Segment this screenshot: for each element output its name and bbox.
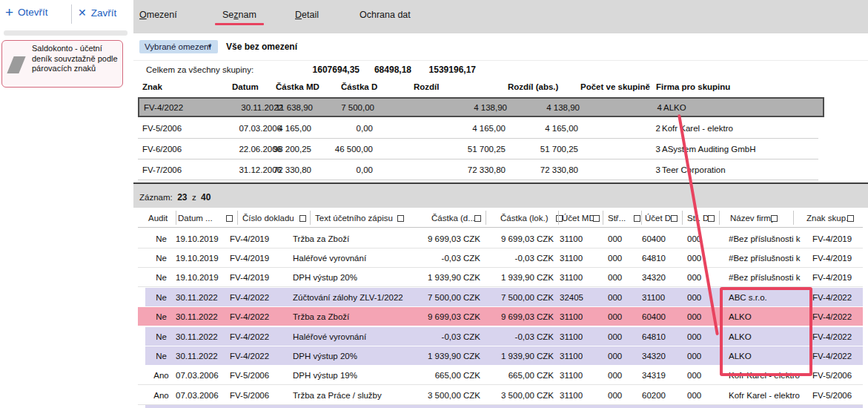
cell-castka_d: 665,00 CZK bbox=[406, 366, 480, 384]
column-filter-box-icon[interactable] bbox=[847, 215, 854, 222]
entry-row[interactable]: Ne19.10.2019FV-4/2019DPH výstup 20%1 939… bbox=[138, 268, 863, 287]
cell-str: 000 bbox=[608, 268, 622, 286]
plus-icon: + bbox=[5, 7, 13, 18]
close-button[interactable]: ✕ Zavřít bbox=[78, 7, 116, 19]
cell-str_d: 000 bbox=[687, 366, 701, 384]
cell-cislo: FV-4/2022 bbox=[230, 307, 269, 326]
report-title: Saldokonto - účetní deník souvztažně pod… bbox=[32, 44, 119, 74]
cell-castka_d: 1 939,90 CZK bbox=[406, 346, 480, 365]
cell-znak: FV-5/2006 bbox=[812, 366, 852, 384]
column-filter-box-icon[interactable] bbox=[397, 215, 404, 222]
cell-znak: FV-5/2006 bbox=[812, 386, 852, 404]
entry-row[interactable]: Ne19.10.2019FV-4/2019Tržba za Zboží9 699… bbox=[138, 229, 863, 249]
column-header[interactable]: Částka (lok.) bbox=[500, 212, 549, 224]
column-filter-box-icon[interactable] bbox=[771, 215, 778, 222]
column-header[interactable]: Firma pro skupinu bbox=[656, 81, 730, 93]
entry-row[interactable]: Ne19.10.2019FV-4/2019Haléřové vyrovnání-… bbox=[138, 249, 863, 268]
cell-datum: 30.11.2022 bbox=[176, 307, 218, 326]
cell-cislo: FV-4/2022 bbox=[230, 346, 269, 365]
column-header[interactable]: Částka (d... bbox=[431, 212, 475, 224]
cell-firma: ALKO bbox=[663, 99, 686, 116]
column-header[interactable]: Rozdíl (abs.) bbox=[508, 81, 558, 93]
group-row[interactable]: FV-4/202230.11.202211 638,907 500,004 13… bbox=[138, 97, 824, 117]
cell-audit: Ne bbox=[148, 249, 174, 267]
cell-pocet: 4 bbox=[603, 99, 662, 116]
cell-audit: Ne bbox=[148, 229, 174, 248]
column-filter-box-icon[interactable] bbox=[226, 215, 233, 222]
cell-pocet: 3 bbox=[601, 159, 660, 180]
cell-text: DPH výstup 20% bbox=[293, 268, 357, 286]
cell-text: Tržba za Zboží bbox=[293, 307, 349, 326]
close-icon: ✕ bbox=[78, 7, 87, 19]
cell-str_d: 000 bbox=[687, 386, 701, 404]
column-filter-box-icon[interactable] bbox=[634, 215, 640, 222]
column-header[interactable]: Text účetního zápisu bbox=[315, 212, 393, 224]
cell-firma: #Bez příslušnosti k bbox=[729, 268, 812, 286]
restriction-dropdown[interactable]: ▼ Vybrané omezení bbox=[139, 40, 218, 53]
cell-text: Zúčtování zálohy ZLV-1/2022 bbox=[293, 288, 403, 306]
restriction-dropdown-label: Vybrané omezení bbox=[145, 42, 211, 51]
close-button-label: Zavřít bbox=[91, 7, 117, 19]
cell-text: DPH výstup 19% bbox=[293, 366, 357, 384]
cell-ucet_d: 31100 bbox=[642, 288, 665, 306]
sidebar-toolbar: + Otevřít ✕ Zavřít bbox=[0, 0, 133, 28]
tab-ochrana-dat[interactable]: Ochrana dat bbox=[360, 10, 411, 20]
column-header[interactable]: Účet D bbox=[645, 212, 671, 224]
column-header[interactable]: Počet ve skupině bbox=[580, 81, 650, 93]
cell-castka_lok: 1 939,90 CZK bbox=[480, 268, 554, 286]
cell-castka_lok: 9 699,03 CZK bbox=[480, 229, 554, 248]
pane-splitter[interactable] bbox=[133, 182, 868, 184]
cell-castka_lok: -0,03 CZK bbox=[480, 249, 554, 267]
report-shortcut-card[interactable]: Saldokonto - účetní deník souvztažně pod… bbox=[1, 40, 123, 88]
cell-datum: 19.10.2019 bbox=[176, 268, 219, 286]
header-separator bbox=[682, 211, 683, 225]
column-header[interactable]: Znak skup... bbox=[806, 212, 853, 224]
column-filter-box-icon[interactable] bbox=[299, 215, 306, 222]
cell-text: Tržba za Zboží bbox=[293, 229, 349, 248]
column-header[interactable]: Datum bbox=[232, 81, 259, 93]
cell-castka_lok: 1 939,90 CZK bbox=[480, 346, 554, 365]
cell-datum: 30.11.2022 bbox=[176, 327, 218, 346]
column-header[interactable]: Stř... bbox=[608, 212, 626, 224]
column-header[interactable]: Částka MD bbox=[276, 81, 319, 93]
cell-ucet_d: 60400 bbox=[642, 229, 666, 248]
column-filter-box-icon[interactable] bbox=[671, 215, 677, 222]
column-header[interactable]: Částka D bbox=[341, 81, 377, 93]
column-header[interactable]: Účet MD bbox=[562, 212, 595, 224]
cell-audit: Ne bbox=[148, 327, 174, 346]
column-header[interactable]: Rozdíl bbox=[414, 81, 440, 93]
cell-castka_d: -0,03 CZK bbox=[406, 249, 480, 267]
tab-omezeni[interactable]: Omezení bbox=[139, 10, 177, 20]
cell-castka_d: 3 500,00 CZK bbox=[406, 386, 480, 404]
column-filter-box-icon[interactable] bbox=[474, 215, 481, 222]
column-header[interactable]: Datum ... bbox=[178, 212, 213, 224]
header-separator bbox=[641, 211, 642, 225]
cell-datum: 30.11.2022 bbox=[176, 288, 218, 306]
header-separator bbox=[558, 211, 559, 225]
column-filter-box-icon[interactable] bbox=[708, 215, 715, 222]
tab-seznam[interactable]: Seznam bbox=[222, 10, 256, 20]
group-row[interactable]: FV-5/200607.03.20064 165,000,004 165,004… bbox=[138, 118, 818, 139]
record-counter: Záznam: 23 z 40 bbox=[139, 191, 211, 203]
column-header[interactable]: Audit bbox=[148, 212, 168, 224]
group-row[interactable]: FV-6/200622.06.200698 200,2546 500,0051 … bbox=[138, 139, 818, 159]
tab-detail[interactable]: Detail bbox=[295, 10, 319, 20]
cell-castka_d: 9 699,03 CZK bbox=[406, 229, 480, 248]
entry-row[interactable]: Ano07.03.2006FV-5/2006Tržba za Práce / s… bbox=[138, 386, 863, 405]
cell-ucet_md: 31100 bbox=[560, 268, 583, 286]
cell-znak: FV-4/2022 bbox=[812, 288, 852, 306]
cell-str: 000 bbox=[608, 307, 622, 326]
column-header[interactable]: Název firmy bbox=[730, 212, 775, 224]
column-filter-box-icon[interactable] bbox=[593, 215, 600, 222]
open-button[interactable]: + Otevřít bbox=[5, 7, 48, 18]
cell-audit: Ano bbox=[148, 386, 174, 404]
cell-ucet_md: 31100 bbox=[560, 346, 583, 365]
cell-firma: Kofr Karel - elektro bbox=[729, 386, 812, 404]
column-header[interactable]: Číslo dokladu bbox=[242, 212, 294, 224]
header-separator bbox=[310, 211, 311, 225]
sidebar: + Otevřít ✕ Zavřít Saldokonto - účetní d… bbox=[0, 0, 133, 408]
cell-d: 0,00 bbox=[299, 118, 373, 138]
group-row[interactable]: FV-7/200631.12.200672 330,800,0072 330,8… bbox=[138, 159, 818, 180]
record-counter-total: 40 bbox=[201, 192, 211, 203]
column-header[interactable]: Znak bbox=[142, 81, 162, 93]
